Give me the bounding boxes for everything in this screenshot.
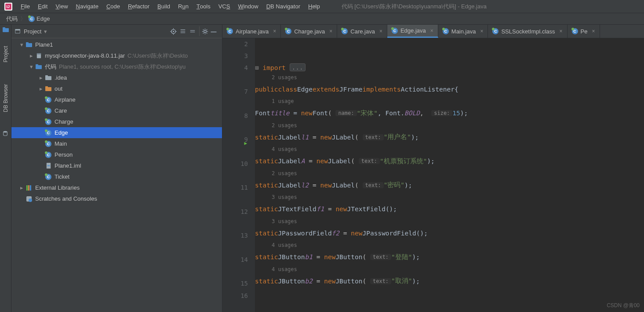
tree-item-path: Plane1, sources root, C:\Users\陈永祥\Deskt… [59, 63, 186, 71]
tree-item--idea[interactable]: ▸.idea [11, 72, 222, 83]
left-tab-project[interactable]: Project [3, 46, 9, 62]
tree-item-edge[interactable]: CEdge [11, 127, 222, 138]
tree-toggle-icon[interactable]: ▸ [38, 86, 44, 92]
tab-pe[interactable]: CPe× [568, 25, 600, 38]
tree-item-out[interactable]: ▸out [11, 83, 222, 94]
menu-db-navigator[interactable]: DB Navigator [262, 0, 304, 13]
expand-all-icon[interactable] [178, 26, 188, 36]
tree-item-mysql-connector-java-8-0-11-jar[interactable]: ▸mysql-connector-java-8.0.11.jarC:\Users… [11, 50, 222, 61]
gutter-line [222, 242, 248, 254]
class-icon: C [45, 151, 52, 158]
run-icon[interactable]: ▶ [244, 137, 247, 150]
watermark: CSDN @青00 [607, 302, 640, 309]
tab-care-java[interactable]: CCare.java× [337, 25, 387, 38]
menu-vcs[interactable]: VCS [215, 0, 234, 13]
db-strip-icon[interactable] [2, 130, 9, 137]
tab-sslsocketimpl-class[interactable]: CSSLSocketImpl.class× [488, 25, 567, 38]
main-area: Project DB Browser Project ▾ — ▾Plane1▸m… [0, 25, 644, 312]
tree-item-scratches-and-consoles[interactable]: Scratches and Consoles [11, 193, 222, 204]
class-icon: C [443, 28, 449, 34]
usage-hint[interactable]: 4 usages [255, 263, 644, 275]
menu-window[interactable]: Window [234, 0, 262, 13]
folder-icon [45, 74, 52, 81]
tab-label: Airplane.java [236, 28, 269, 35]
tab-charge-java[interactable]: CCharge.java× [281, 25, 337, 38]
svg-point-14 [204, 30, 207, 33]
tree-toggle-icon[interactable]: ▾ [18, 42, 25, 48]
tab-close-icon[interactable]: × [560, 28, 563, 34]
menu-edit[interactable]: Edit [34, 0, 51, 13]
svg-rect-18 [36, 53, 40, 55]
locate-icon[interactable] [168, 26, 178, 36]
usage-hint[interactable]: 3 usages [255, 215, 644, 227]
project-tree[interactable]: ▾Plane1▸mysql-connector-java-8.0.11.jarC… [11, 38, 222, 312]
tab-airplane-java[interactable]: CAirplane.java× [222, 25, 281, 38]
code-area[interactable]: ⊞ import ... 2 usages public class Edge … [255, 38, 644, 312]
tree-item-label: Person [55, 151, 73, 158]
tab-close-icon[interactable]: × [480, 28, 483, 34]
tab-edge-java[interactable]: CEdge.java× [387, 25, 438, 38]
breadcrumb-root[interactable]: 代码 [6, 15, 18, 23]
menu-build[interactable]: Build [153, 0, 174, 13]
usage-hint[interactable]: 2 usages [255, 119, 644, 131]
menu-navigate[interactable]: Navigate [72, 0, 102, 13]
usage-hint[interactable]: 4 usages [255, 143, 644, 155]
gutter-line [222, 98, 248, 110]
svg-rect-22 [45, 75, 48, 77]
tree-item-person[interactable]: CPerson [11, 149, 222, 160]
usage-hint[interactable]: 2 usages [255, 167, 644, 179]
tree-toggle-icon [38, 97, 44, 103]
tab-close-icon[interactable]: × [592, 28, 595, 34]
tree-item-label: mysql-connector-java-8.0.11.jar [45, 52, 125, 59]
usage-hint[interactable]: 2 usages [255, 71, 644, 83]
tab-close-icon[interactable]: × [273, 28, 276, 34]
svg-point-31 [29, 198, 32, 202]
tree-item-care[interactable]: CCare [11, 105, 222, 116]
project-strip-icon[interactable] [2, 26, 9, 33]
tab-close-icon[interactable]: × [379, 28, 382, 34]
usage-hint[interactable]: 4 usages [255, 239, 644, 251]
menu-view[interactable]: View [51, 0, 72, 13]
class-icon: C [29, 16, 35, 22]
project-panel-header: Project ▾ — [11, 25, 222, 38]
tab-close-icon[interactable]: × [430, 28, 433, 34]
tree-toggle-icon[interactable]: ▸ [18, 185, 25, 191]
tree-item-charge[interactable]: CCharge [11, 116, 222, 127]
tree-toggle-icon[interactable]: ▸ [28, 53, 34, 59]
breadcrumb-current[interactable]: C Edge [29, 15, 50, 22]
usage-hint[interactable]: 3 usages [255, 191, 644, 203]
tab-label: Main.java [451, 28, 476, 35]
menu-file[interactable]: File [17, 0, 34, 13]
menu-help[interactable]: Help [304, 0, 324, 13]
tree-item-main[interactable]: CMain [11, 138, 222, 149]
collapse-all-icon[interactable] [188, 26, 197, 36]
gutter-line [222, 266, 248, 278]
left-tab-db-browser[interactable]: DB Browser [3, 84, 9, 112]
hide-panel-icon[interactable]: — [209, 26, 218, 36]
usage-hint[interactable]: 1 usage [255, 95, 644, 107]
tab-label: Charge.java [294, 28, 325, 35]
tree-toggle-icon [38, 119, 44, 125]
tab-close-icon[interactable]: × [329, 28, 332, 34]
tab-main-java[interactable]: CMain.java× [438, 25, 488, 38]
tree-item-plane1[interactable]: ▾Plane1 [11, 39, 222, 50]
menu-tools[interactable]: Tools [193, 0, 215, 13]
tree-item-label: Care [55, 107, 67, 114]
tree-item--[interactable]: ▾代码Plane1, sources root, C:\Users\陈永祥\De… [11, 61, 222, 72]
tree-item-ticket[interactable]: CTicket [11, 171, 222, 182]
menu-code[interactable]: Code [102, 0, 124, 13]
tree-toggle-icon[interactable]: ▸ [38, 75, 44, 81]
panel-settings-icon[interactable] [199, 26, 209, 36]
svg-rect-20 [36, 64, 38, 66]
svg-rect-29 [30, 185, 31, 191]
tree-item-external-libraries[interactable]: ▸External Libraries [11, 182, 222, 193]
menu-refactor[interactable]: Refactor [124, 0, 153, 13]
tree-toggle-icon[interactable]: ▾ [28, 64, 34, 70]
project-view-dropdown-icon[interactable]: ▾ [44, 28, 47, 35]
fold-icon[interactable]: ⊞ [255, 64, 262, 71]
project-view-icon [15, 28, 21, 34]
menu-run[interactable]: Run [174, 0, 193, 13]
tree-item-plane1-iml[interactable]: Plane1.iml [11, 160, 222, 171]
menu-bar: IJ File Edit View Navigate Code Refactor… [0, 0, 644, 13]
tree-item-airplane[interactable]: CAirplane [11, 94, 222, 105]
